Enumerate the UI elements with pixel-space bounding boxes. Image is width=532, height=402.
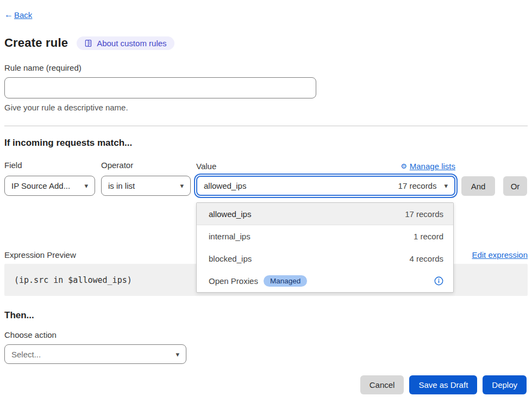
choose-action-label: Choose action — [4, 330, 528, 339]
operator-column: Operator is in list ▾ — [101, 160, 191, 196]
cancel-button[interactable]: Cancel — [360, 375, 404, 394]
lists-dropdown: allowed_ips 17 records internal_ips 1 re… — [196, 202, 454, 293]
manage-lists-link[interactable]: ⚙ Manage lists — [400, 162, 455, 171]
list-option-records: 1 record — [414, 232, 443, 241]
rule-name-label: Rule name (required) — [4, 63, 528, 72]
field-label: Field — [4, 160, 95, 170]
about-custom-rules-label: About custom rules — [97, 39, 166, 48]
value-select[interactable]: allowed_ips 17 records ▾ — [196, 176, 455, 196]
list-option-name: allowed_ips — [209, 209, 251, 219]
footer-actions: Cancel Save as Draft Deploy — [4, 375, 528, 394]
action-select-placeholder: Select... — [11, 350, 41, 359]
managed-badge: Managed — [264, 275, 307, 287]
list-option-name: Open Proxies — [209, 276, 258, 286]
field-select[interactable]: IP Source Add... ▾ — [4, 176, 95, 196]
operator-select[interactable]: is in list ▾ — [101, 176, 191, 196]
list-option-allowed-ips[interactable]: allowed_ips 17 records — [197, 203, 453, 225]
chevron-down-icon: ▾ — [444, 182, 448, 189]
value-column: Value ⚙ Manage lists allowed_ips 17 reco… — [196, 162, 455, 196]
back-link[interactable]: ← Back — [4, 10, 32, 20]
list-option-left: Open Proxies Managed — [209, 275, 307, 287]
then-section-heading: Then... — [4, 310, 528, 321]
manage-lists-label: Manage lists — [410, 162, 455, 171]
operator-select-value: is in list — [108, 181, 135, 190]
book-icon — [84, 39, 92, 47]
field-select-value: IP Source Add... — [11, 181, 70, 190]
chevron-down-icon: ▾ — [84, 182, 88, 189]
chevron-down-icon: ▾ — [176, 351, 179, 358]
value-select-right: 17 records ▾ — [398, 181, 448, 190]
action-select[interactable]: Select... ▾ — [4, 344, 186, 364]
match-section-heading: If incoming requests match... — [4, 138, 528, 149]
gear-icon: ⚙ — [400, 162, 407, 170]
operator-label: Operator — [101, 160, 191, 170]
deploy-button[interactable]: Deploy — [483, 375, 527, 394]
value-label-row: Value ⚙ Manage lists — [196, 162, 455, 171]
list-option-internal-ips[interactable]: internal_ips 1 record — [197, 225, 453, 248]
field-column: Field IP Source Add... ▾ — [4, 160, 95, 196]
or-button[interactable]: Or — [503, 176, 527, 196]
rule-name-helper: Give your rule a descriptive name. — [4, 103, 528, 112]
condition-row: Field IP Source Add... ▾ Operator is in … — [4, 160, 528, 196]
value-label: Value — [196, 162, 216, 171]
list-option-name: blocked_ips — [209, 254, 252, 263]
info-icon[interactable] — [434, 276, 443, 286]
expression-code: (ip.src in $allowed_ips) — [14, 275, 132, 285]
list-option-records: 4 records — [409, 254, 443, 263]
save-draft-button[interactable]: Save as Draft — [409, 375, 477, 394]
value-select-value: allowed_ips — [204, 181, 246, 190]
expression-preview-label: Expression Preview — [4, 250, 76, 259]
rule-name-input[interactable] — [4, 77, 316, 98]
and-button[interactable]: And — [461, 176, 495, 196]
section-divider — [4, 126, 528, 126]
back-arrow-icon: ← — [4, 10, 13, 20]
list-option-open-proxies[interactable]: Open Proxies Managed — [197, 270, 453, 292]
list-option-blocked-ips[interactable]: blocked_ips 4 records — [197, 248, 453, 270]
list-option-records: 17 records — [405, 209, 443, 219]
list-option-name: internal_ips — [209, 232, 251, 241]
create-rule-page: ← Back Create rule About custom rules Ru… — [0, 0, 532, 402]
back-label: Back — [14, 10, 32, 20]
chevron-down-icon: ▾ — [180, 182, 184, 189]
records-count: 17 records — [398, 181, 437, 190]
title-row: Create rule About custom rules — [4, 36, 528, 50]
page-title: Create rule — [4, 36, 68, 50]
edit-expression-link[interactable]: Edit expression — [472, 250, 528, 259]
about-custom-rules-link[interactable]: About custom rules — [77, 36, 174, 50]
